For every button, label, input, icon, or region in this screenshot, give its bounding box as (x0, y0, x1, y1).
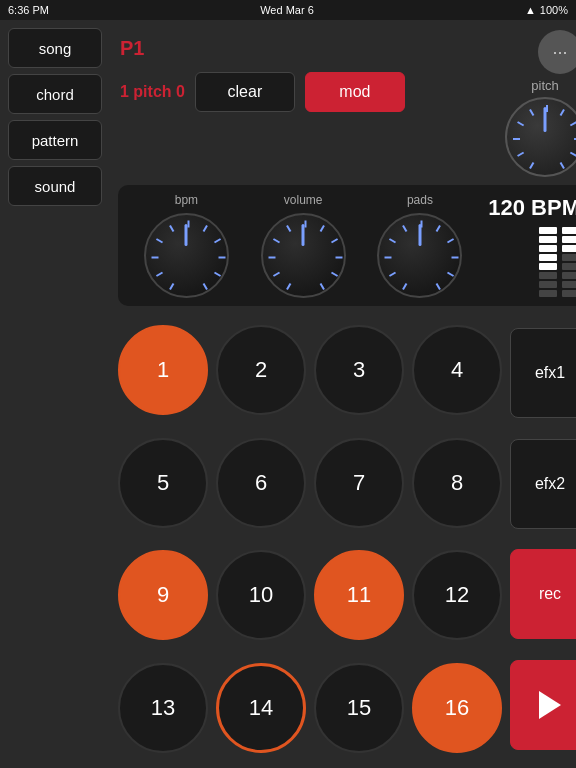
pitch-knob-ticks (507, 99, 576, 179)
status-time: 6:36 PM (8, 4, 49, 16)
svg-line-29 (331, 239, 337, 243)
pads-knob-ticks (379, 215, 464, 300)
svg-line-9 (570, 153, 576, 157)
vu-bar-dim (562, 263, 576, 270)
svg-line-31 (331, 273, 337, 277)
svg-line-18 (214, 239, 220, 243)
play-icon (539, 691, 561, 719)
svg-line-4 (530, 110, 534, 116)
svg-line-6 (561, 110, 565, 116)
pads-knob[interactable] (377, 213, 462, 298)
pattern-label: P1 (120, 37, 144, 60)
svg-line-15 (170, 225, 174, 231)
mod-button[interactable]: mod (305, 72, 405, 112)
svg-line-23 (273, 273, 279, 277)
main-layout: song chord pattern sound P1 1 pitch 0 cl… (0, 20, 576, 768)
svg-line-21 (203, 283, 207, 289)
pad-6[interactable]: 6 (216, 438, 306, 528)
pad-14[interactable]: 14 (216, 663, 306, 753)
rec-button[interactable]: rec (510, 549, 576, 639)
svg-line-28 (320, 225, 324, 231)
pad-7[interactable]: 7 (314, 438, 404, 528)
right-buttons: efx1 efx2 rec (510, 318, 576, 760)
info-row: P1 (110, 24, 498, 72)
pad-9[interactable]: 9 (118, 550, 208, 640)
vu-col-left (539, 227, 557, 297)
svg-line-10 (561, 162, 565, 168)
vu-bar-dim (562, 272, 576, 279)
bpm-knob-ticks (146, 215, 231, 300)
vu-bar (562, 245, 576, 252)
svg-line-25 (273, 239, 279, 243)
pad-16[interactable]: 16 (412, 663, 502, 753)
sidebar-item-chord[interactable]: chord (8, 74, 102, 114)
svg-line-20 (214, 273, 220, 277)
vu-bar-dim (562, 290, 576, 297)
vu-bar (539, 254, 557, 261)
bpm-value: 120 BPM (488, 195, 576, 221)
svg-line-42 (448, 273, 454, 277)
efx2-button[interactable]: efx2 (510, 439, 576, 529)
volume-knob-wrap: volume (245, 193, 362, 298)
wifi-icon: ▲ (525, 4, 536, 16)
vu-bar-dim (562, 254, 576, 261)
volume-knob-ticks (263, 215, 348, 300)
pad-13[interactable]: 13 (118, 663, 208, 753)
pad-10[interactable]: 10 (216, 550, 306, 640)
clear-button[interactable]: clear (195, 72, 295, 112)
pad-4[interactable]: 4 (412, 325, 502, 415)
svg-line-17 (203, 225, 207, 231)
pitch-label: pitch (531, 78, 558, 93)
svg-line-36 (390, 239, 396, 243)
vu-bar-dim (539, 290, 557, 297)
pad-1[interactable]: 1 (118, 325, 208, 415)
svg-line-3 (518, 122, 524, 126)
svg-line-26 (287, 225, 291, 231)
more-button[interactable]: ··· (538, 30, 576, 74)
status-bar: 6:36 PM Wed Mar 6 ▲ 100% (0, 0, 576, 20)
volume-label: volume (284, 193, 323, 207)
pad-3[interactable]: 3 (314, 325, 404, 415)
svg-line-22 (287, 283, 291, 289)
vu-bar (539, 263, 557, 270)
bpm-section: bpm (118, 185, 576, 306)
pad-15[interactable]: 15 (314, 663, 404, 753)
bpm-knob[interactable] (144, 213, 229, 298)
vu-bar (539, 236, 557, 243)
volume-knob[interactable] (261, 213, 346, 298)
vu-bar-dim (539, 272, 557, 279)
vu-bar (539, 227, 557, 234)
sidebar-item-song[interactable]: song (8, 28, 102, 68)
pads-knob-wrap: pads (362, 193, 479, 298)
vu-bar (562, 236, 576, 243)
bpm-display: 120 BPM (478, 195, 576, 297)
svg-line-34 (390, 273, 396, 277)
pad-12[interactable]: 12 (412, 550, 502, 640)
svg-line-33 (403, 283, 407, 289)
svg-line-14 (156, 239, 162, 243)
svg-line-11 (170, 283, 174, 289)
bpm-knob-wrap: bpm (128, 193, 245, 298)
svg-line-37 (403, 225, 407, 231)
vu-meter (539, 227, 576, 297)
pad-8[interactable]: 8 (412, 438, 502, 528)
svg-line-7 (570, 122, 576, 126)
vu-bar-dim (539, 281, 557, 288)
pad-11[interactable]: 11 (314, 550, 404, 640)
pad-2[interactable]: 2 (216, 325, 306, 415)
svg-line-32 (320, 283, 324, 289)
play-button[interactable] (510, 660, 576, 750)
sidebar-item-sound[interactable]: sound (8, 166, 102, 206)
vu-bar-dim (562, 281, 576, 288)
svg-line-39 (437, 225, 441, 231)
sidebar-item-pattern[interactable]: pattern (8, 120, 102, 160)
pad-5[interactable]: 5 (118, 438, 208, 528)
vu-bar (539, 245, 557, 252)
pitch-info-label: 1 pitch 0 (120, 83, 185, 101)
pitch-knob[interactable] (505, 97, 576, 177)
svg-line-43 (437, 283, 441, 289)
bpm-label: bpm (175, 193, 198, 207)
center-content: P1 1 pitch 0 clear mod ··· pitch (110, 20, 576, 768)
efx1-button[interactable]: efx1 (510, 328, 576, 418)
svg-line-0 (530, 162, 534, 168)
